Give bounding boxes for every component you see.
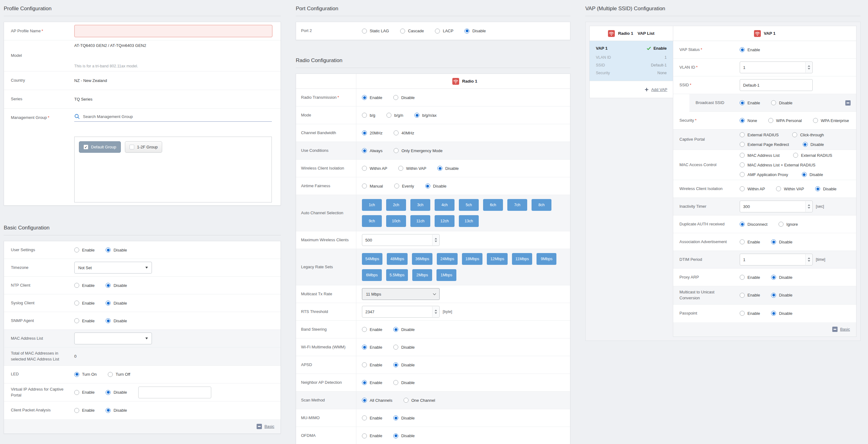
radio-option[interactable]: b/g/n xyxy=(386,113,403,118)
multicast-tx-rate-select[interactable]: 11 Mbps xyxy=(362,288,440,300)
legacy-rate-sets-button[interactable]: 54Mbps xyxy=(362,253,382,265)
radio-option[interactable]: Enable xyxy=(74,408,94,413)
spinner-up-icon[interactable] xyxy=(808,204,810,206)
radio-option[interactable]: Within AP xyxy=(740,186,765,191)
radio-option[interactable]: Disable xyxy=(105,390,127,395)
vap-card[interactable]: VAP 1 Enable VLAN ID 1 SSID xyxy=(590,41,673,81)
group-chip-default[interactable]: ✓ Default Group xyxy=(79,141,121,153)
radio-option[interactable]: Turn On xyxy=(74,372,97,377)
radio-option[interactable]: None xyxy=(740,118,757,123)
vap-collapse-link[interactable]: Basic xyxy=(840,327,850,331)
radio-option[interactable]: Enable xyxy=(362,434,382,438)
radio-option[interactable]: Disable xyxy=(771,275,792,280)
group-chip-1-2f[interactable]: 1-2F Group xyxy=(125,141,162,153)
radio-option[interactable]: Enable xyxy=(740,275,760,280)
radio-option[interactable]: Always xyxy=(362,148,382,153)
spinner-down-icon[interactable] xyxy=(435,241,437,242)
radio-option[interactable]: Disable xyxy=(464,29,486,34)
radio-option[interactable]: External RADIUS xyxy=(793,153,832,158)
virtual-ip-captive-portal-input[interactable] xyxy=(138,386,211,399)
radio-option[interactable]: Evenly xyxy=(394,184,414,188)
legacy-rate-sets-button[interactable]: 5.5Mbps xyxy=(386,269,408,281)
spinner-up-icon[interactable] xyxy=(435,310,437,311)
radio-option[interactable]: Disable xyxy=(393,362,414,367)
radio-option[interactable]: Enable xyxy=(362,327,382,332)
auto-channel-selection-button[interactable]: 6ch xyxy=(483,199,503,211)
legacy-rate-sets-button[interactable]: 9Mbps xyxy=(536,253,556,265)
radio-option[interactable]: Enable xyxy=(362,345,382,350)
add-vap-link[interactable]: Add VAP xyxy=(651,87,667,92)
radio-option[interactable]: Ignore xyxy=(778,222,798,227)
auto-channel-selection-button[interactable]: 8ch xyxy=(532,199,552,211)
radio-option[interactable]: WPA Enterprise xyxy=(813,118,849,123)
radio-option[interactable]: One Channel xyxy=(404,398,435,403)
spinner-down-icon[interactable] xyxy=(435,312,437,314)
radio-option[interactable]: Disable xyxy=(393,327,414,332)
radio-option[interactable]: Enable xyxy=(740,293,760,298)
vlan-id-input[interactable]: 1 xyxy=(740,61,813,73)
radio-option[interactable]: MAC Address List + External RADIUS xyxy=(740,162,815,167)
maximum-wireless-clients-input[interactable]: 500 xyxy=(362,234,440,246)
radio-option[interactable]: Disable xyxy=(105,283,127,288)
radio-option[interactable]: Static LAG xyxy=(362,29,389,34)
legacy-rate-sets-button[interactable]: 2Mbps xyxy=(412,269,432,281)
ssid-input[interactable]: Default-1 xyxy=(740,79,813,91)
ap-profile-name-input[interactable] xyxy=(74,25,273,37)
number-spinner[interactable] xyxy=(432,307,439,317)
management-group-search-input[interactable] xyxy=(83,114,272,119)
legacy-rate-sets-button[interactable]: 24Mbps xyxy=(437,253,457,265)
number-spinner[interactable] xyxy=(805,62,812,73)
radio-option[interactable]: Disable xyxy=(105,248,127,252)
radio-option[interactable]: Enable xyxy=(740,47,760,52)
radio-option[interactable]: Enable xyxy=(74,318,94,323)
auto-channel-selection-button[interactable]: 2ch xyxy=(386,199,406,211)
radio-option[interactable]: Cascade xyxy=(400,29,424,34)
radio-option[interactable]: Disable xyxy=(393,345,414,350)
radio-option[interactable]: Disable xyxy=(393,434,414,438)
radio-option[interactable]: All Channels xyxy=(362,398,392,403)
radio-option[interactable]: 20MHz xyxy=(362,130,382,135)
radio-option[interactable]: Enable xyxy=(362,415,382,420)
radio-option[interactable]: Enable xyxy=(362,362,382,367)
radio-option[interactable]: Within VAP xyxy=(398,166,426,171)
auto-channel-selection-button[interactable]: 7ch xyxy=(507,199,527,211)
legacy-rate-sets-button[interactable]: 11Mbps xyxy=(512,253,532,265)
radio-option[interactable]: Enable xyxy=(74,300,94,306)
radio-option[interactable]: Disable xyxy=(393,415,414,420)
radio-option[interactable]: Disable xyxy=(105,300,127,306)
legacy-rate-sets-button[interactable]: 18Mbps xyxy=(462,253,483,265)
number-spinner[interactable] xyxy=(432,235,439,245)
radio-option[interactable]: Turn Off xyxy=(108,372,130,377)
auto-channel-selection-button[interactable]: 10ch xyxy=(386,215,406,227)
legacy-rate-sets-button[interactable]: 1Mbps xyxy=(436,269,456,281)
radio-option[interactable]: Disable xyxy=(771,240,792,244)
radio-option[interactable]: Only Emergency Mode xyxy=(394,148,442,153)
radio-option[interactable]: Enable xyxy=(740,100,760,105)
radio-option[interactable]: Within AP xyxy=(362,166,387,171)
radio-option[interactable]: Disable xyxy=(105,408,127,413)
radio-option[interactable]: Disable xyxy=(771,311,792,316)
radio-option[interactable]: Disable xyxy=(771,100,792,105)
radio-option[interactable]: Enable xyxy=(74,283,94,288)
spinner-up-icon[interactable] xyxy=(435,238,437,240)
radio-option[interactable]: b/g/n/ax xyxy=(414,113,436,118)
legacy-rate-sets-button[interactable]: 48Mbps xyxy=(387,253,407,265)
legacy-rate-sets-button[interactable]: 12Mbps xyxy=(487,253,507,265)
spinner-up-icon[interactable] xyxy=(808,65,810,67)
auto-channel-selection-button[interactable]: 5ch xyxy=(459,199,479,211)
radio-option[interactable]: Disable xyxy=(815,186,836,191)
radio-option[interactable]: Disable xyxy=(105,318,127,323)
auto-channel-selection-button[interactable]: 3ch xyxy=(410,199,430,211)
spinner-down-icon[interactable] xyxy=(808,260,810,262)
radio-option[interactable]: Enable xyxy=(362,380,382,385)
radio-option[interactable]: LACP xyxy=(435,29,453,34)
spinner-down-icon[interactable] xyxy=(808,207,810,209)
radio-option[interactable]: AMF Application Proxy xyxy=(740,172,788,177)
radio-option[interactable]: MAC Address List xyxy=(740,153,779,158)
basic-collapse-link[interactable]: Basic xyxy=(265,424,274,429)
radio-option[interactable]: Click-through xyxy=(792,132,824,137)
radio-option[interactable]: Disconnect xyxy=(740,222,767,227)
collapse-minus-icon[interactable] xyxy=(845,100,850,105)
auto-channel-selection-button[interactable]: 1ch xyxy=(362,199,382,211)
inactivity-timer-input[interactable]: 300 xyxy=(740,200,813,212)
